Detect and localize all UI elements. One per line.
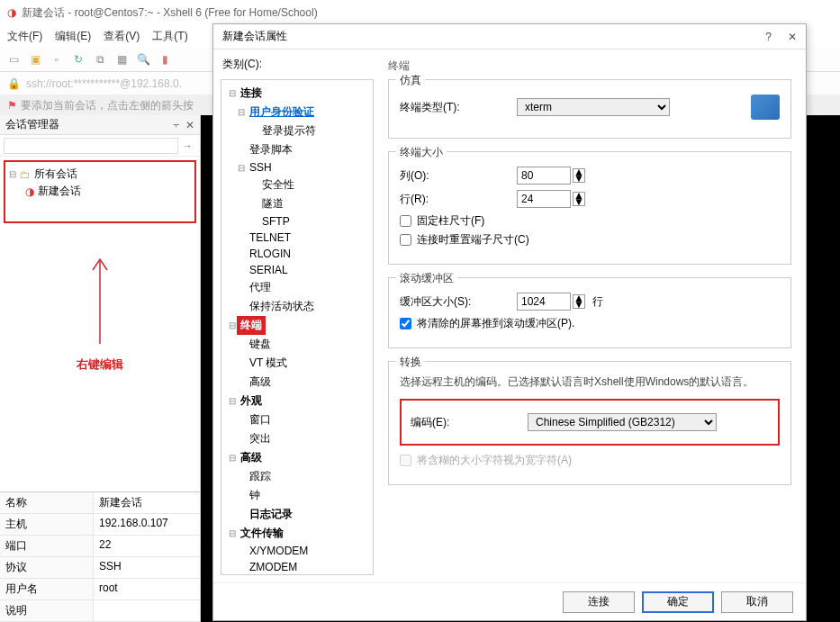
buffer-label: 缓冲区大小(S): (400, 294, 517, 310)
tree-item[interactable]: ⊟文件传输 (221, 524, 373, 543)
tree-item[interactable]: ⊟高级 (221, 448, 373, 467)
prop-value: 新建会话 (94, 492, 200, 513)
tree-item[interactable]: ⊟外观 (221, 392, 373, 410)
buffer-input[interactable] (517, 293, 571, 311)
cancel-button[interactable]: 取消 (721, 591, 793, 613)
tree-item[interactable]: ZMODEM (221, 559, 373, 575)
ambiguous-checkbox (400, 455, 411, 466)
tree-item[interactable]: 登录脚本 (221, 140, 373, 159)
new-icon[interactable]: ▭ (5, 51, 22, 68)
tree-item[interactable]: 突出 (221, 429, 373, 448)
reset-size-checkbox[interactable] (400, 234, 411, 246)
tree-item[interactable]: 代理 (221, 278, 373, 297)
ok-button[interactable]: 确定 (642, 591, 714, 613)
copy-icon[interactable]: ⧉ (92, 51, 108, 68)
spin-down-icon[interactable]: ▼ (574, 199, 584, 205)
push-cleared-checkbox[interactable] (400, 318, 411, 329)
scroll-fieldset: 滚动缓冲区 缓冲区大小(S): ▲▼ 行 将清除的屏幕推到滚动缓冲区(P). (388, 277, 791, 348)
tree-toggle-icon[interactable]: ⊟ (227, 88, 238, 98)
tree-item[interactable]: SERIAL (221, 262, 373, 278)
fixed-col-checkbox[interactable] (400, 215, 411, 227)
encoding-select[interactable]: Chinese Simplified (GB2312) (528, 413, 717, 431)
tree-item[interactable]: ⊟SSH (221, 159, 373, 176)
connect-button[interactable]: 连接 (563, 591, 635, 613)
tree-root[interactable]: ⊟ 🗀 所有会话 (9, 166, 191, 183)
tree-toggle-icon[interactable]: ⊟ (227, 453, 238, 463)
menu-edit[interactable]: 编辑(E) (55, 29, 91, 44)
tree-toggle-icon[interactable]: ⊟ (236, 107, 247, 117)
refresh-icon[interactable]: ↻ (70, 51, 86, 68)
category-tree[interactable]: ⊟连接⊟用户身份验证登录提示符登录脚本⊟SSH安全性隧道SFTPTELNETRL… (221, 79, 374, 575)
save-icon[interactable]: ▫ (49, 51, 65, 68)
table-row: 端口22 (0, 536, 200, 557)
expand-icon[interactable]: ⊟ (9, 169, 16, 179)
session-search-input[interactable] (4, 138, 178, 154)
close-icon[interactable]: ✕ (185, 119, 194, 131)
reset-size-label: 连接时重置端子尺寸(C) (417, 232, 529, 248)
tree-item[interactable]: 日志记录 (221, 505, 373, 524)
tree-item[interactable]: ⊟用户身份验证 (221, 103, 373, 122)
session-properties-dialog: 新建会话属性 ? ✕ 类别(C): ⊟连接⊟用户身份验证登录提示符登录脚本⊟SS… (212, 23, 807, 621)
spin-down-icon[interactable]: ▼ (574, 302, 584, 308)
prop-label: 主机 (0, 514, 94, 535)
dialog-close-icon[interactable]: ✕ (788, 31, 797, 43)
tree-item-label: 日志记录 (247, 506, 295, 523)
tree-toggle-icon[interactable]: ⊟ (236, 163, 247, 173)
spin-down-icon[interactable]: ▼ (574, 176, 584, 182)
tree-item[interactable]: ⊟终端 (221, 316, 373, 335)
window-title: 新建会话 - root@Centos7:~ - Xshell 6 (Free f… (22, 5, 318, 21)
tree-item[interactable]: 窗口 (221, 410, 373, 429)
tree-item[interactable]: 键盘 (221, 335, 373, 354)
term-size-fieldset: 终端大小 列(O): ▲▼ 行(R): ▲▼ 固定柱尺寸(F) 连接时重置端子尺… (388, 151, 791, 265)
tree-item-label: 隧道 (259, 195, 286, 212)
tree-item[interactable]: 跟踪 (221, 467, 373, 486)
tree-item-label: 跟踪 (247, 468, 274, 485)
prop-label: 端口 (0, 536, 94, 556)
pin-icon[interactable]: ⫟ (171, 119, 182, 131)
help-icon[interactable]: ? (765, 31, 772, 43)
open-icon[interactable]: ▣ (27, 51, 43, 68)
flag-icon: ⚑ (7, 99, 17, 112)
prop-label: 说明 (0, 600, 94, 621)
legend: 转换 (396, 355, 425, 370)
terminal-settings-icon[interactable] (751, 95, 780, 120)
tree-item[interactable]: 隧道 (221, 194, 373, 213)
session-tree: ⊟ 🗀 所有会话 ◑ 新建会话 (4, 160, 196, 223)
tree-item-label: 钟 (247, 487, 263, 504)
tree-item-label: 连接 (238, 85, 265, 102)
tree-session-item[interactable]: ◑ 新建会话 (25, 183, 191, 200)
tree-item[interactable]: 安全性 (221, 176, 373, 194)
tree-toggle-icon[interactable]: ⊟ (227, 396, 238, 406)
tree-item[interactable]: 钟 (221, 486, 373, 505)
term-type-select[interactable]: xterm (517, 98, 670, 116)
session-label: 新建会话 (38, 184, 81, 199)
menu-view[interactable]: 查看(V) (104, 29, 140, 44)
tree-item-label: 高级 (247, 374, 274, 391)
paste-icon[interactable]: ▦ (113, 51, 130, 68)
tree-toggle-icon[interactable]: ⊟ (227, 528, 238, 538)
panel-icon[interactable]: ▮ (157, 51, 173, 68)
address-text[interactable]: ssh://root:***********@192.168.0. (26, 77, 182, 90)
tree-item[interactable]: SFTP (221, 213, 373, 230)
table-row: 协议SSH (0, 557, 200, 579)
term-type-label: 终端类型(T): (400, 100, 517, 115)
rows-input[interactable] (517, 190, 571, 208)
tree-item[interactable]: ⊟连接 (221, 84, 373, 103)
search-icon[interactable]: 🔍 (135, 51, 151, 68)
tree-item[interactable]: 高级 (221, 373, 373, 392)
cols-input[interactable] (517, 167, 571, 185)
tree-item[interactable]: 保持活动状态 (221, 297, 373, 316)
tree-item[interactable]: 登录提示符 (221, 122, 373, 140)
menu-file[interactable]: 文件(F) (7, 29, 42, 44)
tree-toggle-icon[interactable]: ⊟ (227, 320, 238, 330)
tree-item[interactable]: X/YMODEM (221, 543, 373, 559)
prop-value: SSH (94, 557, 200, 578)
tree-item[interactable]: RLOGIN (221, 246, 373, 262)
table-row: 说明 (0, 600, 200, 622)
menu-tools[interactable]: 工具(T) (152, 29, 187, 44)
property-grid: 名称新建会话 主机192.168.0.107 端口22 协议SSH 用户名roo… (0, 491, 200, 622)
tree-item[interactable]: VT 模式 (221, 354, 373, 373)
tree-item[interactable]: TELNET (221, 230, 373, 246)
search-go-icon[interactable]: → (178, 140, 196, 152)
convert-desc: 选择远程主机的编码。已选择默认语言时Xshell使用Windows的默认语言。 (400, 374, 780, 390)
